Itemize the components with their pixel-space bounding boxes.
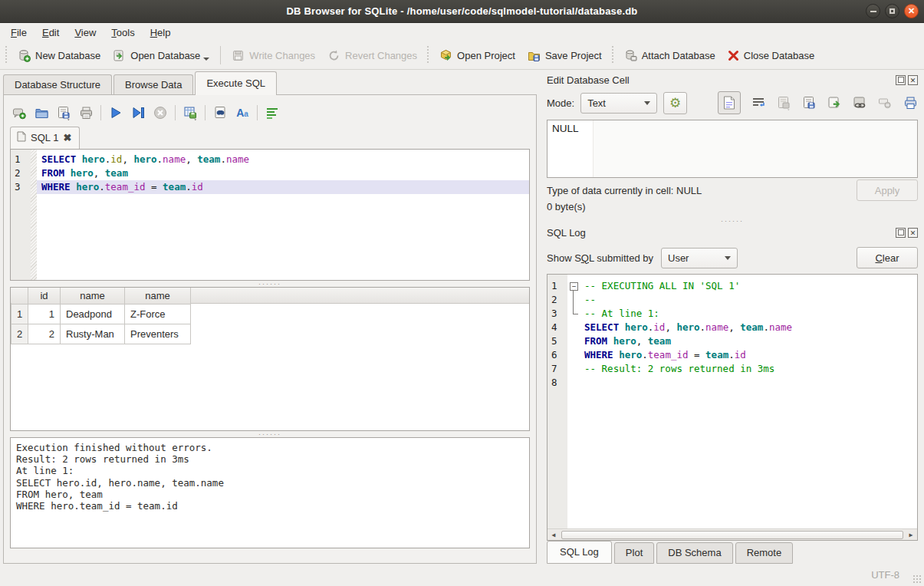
table-cell[interactable]: Deadpond <box>61 304 125 324</box>
sql-document-tabs: SQL 1 ✖ <box>10 127 530 149</box>
print-icon[interactable] <box>78 105 94 120</box>
maximize-button[interactable] <box>885 4 899 18</box>
token: id <box>110 153 122 165</box>
auto-format-icon[interactable] <box>265 105 280 120</box>
results-grid: idnamename 11DeadpondZ-Force22Rusty-ManP… <box>10 287 530 431</box>
text-mode-icon[interactable] <box>718 91 741 114</box>
close-icon: ✕ <box>908 7 915 15</box>
execute-line-icon[interactable] <box>130 105 146 120</box>
open-database-button[interactable]: Open Database <box>107 46 215 65</box>
token: . <box>728 349 735 360</box>
menu-tools[interactable]: Tools <box>104 25 142 41</box>
table-cell[interactable]: Z-Force <box>125 304 191 324</box>
tab-db-schema[interactable]: DB Schema <box>656 542 732 564</box>
save-sql-file-icon[interactable] <box>56 105 71 120</box>
export-cell-icon[interactable] <box>801 95 817 110</box>
table-cell[interactable]: Rusty-Man <box>61 324 125 344</box>
code-line-5: 5FROM hero, team <box>547 334 917 348</box>
open-sql-file-icon[interactable] <box>34 105 49 120</box>
tab-plot[interactable]: Plot <box>614 542 654 564</box>
save-project-button[interactable]: Save Project <box>521 46 608 65</box>
clear-log-button[interactable]: Clear <box>857 247 918 268</box>
tab-sql-log[interactable]: SQL Log <box>547 541 612 564</box>
tab-database-structure[interactable]: Database Structure <box>3 74 112 95</box>
splitter-handle[interactable]: ······ <box>547 218 918 224</box>
token: SELECT <box>41 153 76 165</box>
revert-changes-button[interactable]: Revert Changes <box>321 46 423 65</box>
horizontal-scrollbar[interactable]: ◀ ▶ <box>547 528 917 540</box>
table-cell[interactable]: Preventers <box>125 324 191 344</box>
attach-database-button[interactable]: Attach Database <box>618 46 722 65</box>
token <box>607 335 613 347</box>
line-number: 2 <box>547 293 567 307</box>
title-bar[interactable]: DB Browser for SQLite - /home/user/code/… <box>0 0 924 23</box>
execution-message-box[interactable]: Execution finished without errors.Result… <box>10 437 530 548</box>
find-icon[interactable] <box>212 105 228 120</box>
toolbar-drag-handle[interactable] <box>4 46 9 64</box>
tab-remote[interactable]: Remote <box>735 542 794 564</box>
table-cell[interactable]: 2 <box>28 324 61 344</box>
fold-gutter <box>569 376 580 390</box>
token: team_id <box>105 181 146 193</box>
save-results-icon[interactable] <box>182 105 198 120</box>
splitter-handle[interactable]: ······ <box>10 431 530 437</box>
apply-button[interactable]: Apply <box>857 179 918 201</box>
close-button[interactable]: ✕ <box>904 4 919 18</box>
column-header[interactable]: name <box>125 288 191 304</box>
open-database-dropdown-icon[interactable] <box>203 58 209 61</box>
tab-execute-sql[interactable]: Execute SQL <box>195 71 277 95</box>
menu-view[interactable]: View <box>67 25 104 41</box>
sql-editor[interactable]: 1SELECT hero.id, hero.name, team.name2FR… <box>10 149 530 281</box>
cell-value-editor[interactable]: NULL <box>547 120 918 178</box>
import-cell-icon[interactable] <box>776 95 791 110</box>
auto-apply-button[interactable]: ⚙ <box>663 92 687 114</box>
resize-grip-icon[interactable] <box>912 574 922 584</box>
close-dock-icon[interactable]: ✕ <box>908 228 918 238</box>
minimize-button[interactable] <box>866 4 880 18</box>
open-project-button[interactable]: Open Project <box>433 46 521 65</box>
fold-marker[interactable] <box>569 279 580 293</box>
format-sql-icon[interactable]: Aa <box>235 105 250 120</box>
mode-select[interactable]: Text <box>580 93 657 114</box>
close-database-button[interactable]: Close Database <box>722 47 821 64</box>
print-cell-icon[interactable] <box>903 95 918 110</box>
mode-select-value: Text <box>587 97 606 109</box>
menu-file[interactable]: File <box>3 25 35 41</box>
sql1-tab-close-icon[interactable]: ✖ <box>63 132 71 143</box>
sql1-tab[interactable]: SQL 1 ✖ <box>10 127 80 149</box>
new-database-button[interactable]: New Database <box>12 46 107 65</box>
close-dock-icon[interactable]: ✕ <box>908 75 918 85</box>
float-dock-icon[interactable] <box>896 228 906 238</box>
token: hero <box>613 335 636 347</box>
tab-browse-data[interactable]: Browse Data <box>113 74 193 95</box>
table-cell[interactable]: 1 <box>28 304 61 324</box>
menu-help[interactable]: Help <box>143 25 179 41</box>
menu-edit[interactable]: Edit <box>35 25 67 41</box>
token: . <box>157 153 163 165</box>
word-wrap-icon[interactable] <box>751 95 766 110</box>
token: id <box>735 349 746 360</box>
submitted-by-select[interactable]: User <box>661 248 738 268</box>
scroll-right-icon[interactable]: ▶ <box>905 529 917 540</box>
splitter-handle[interactable]: ······ <box>10 281 530 287</box>
apply-cell-icon[interactable] <box>827 95 842 110</box>
new-sql-tab-icon[interactable] <box>12 105 27 120</box>
execute-all-icon[interactable] <box>108 105 123 120</box>
code-text: WHERE hero.team_id = team.id <box>37 180 529 194</box>
float-dock-icon[interactable] <box>896 75 906 85</box>
sql-log-view[interactable]: 1-- EXECUTING ALL IN 'SQL 1'2--3-- At li… <box>547 274 918 541</box>
column-header[interactable]: name <box>61 288 125 304</box>
cell-size-text: 0 byte(s) <box>547 201 918 218</box>
write-changes-button[interactable]: Write Changes <box>225 46 321 65</box>
set-null-icon[interactable] <box>877 95 893 110</box>
scroll-left-icon[interactable]: ◀ <box>547 529 560 540</box>
toolbar-drag-handle[interactable] <box>426 46 431 64</box>
token: team <box>197 153 220 165</box>
column-header[interactable]: id <box>28 288 61 304</box>
toolbar-drag-handle[interactable] <box>610 46 616 64</box>
app-window: DB Browser for SQLite - /home/user/code/… <box>0 0 924 586</box>
stop-icon[interactable] <box>153 105 168 120</box>
link-cell-icon[interactable] <box>852 95 867 110</box>
corner-header <box>12 288 28 304</box>
scrollbar-thumb[interactable] <box>561 531 903 539</box>
